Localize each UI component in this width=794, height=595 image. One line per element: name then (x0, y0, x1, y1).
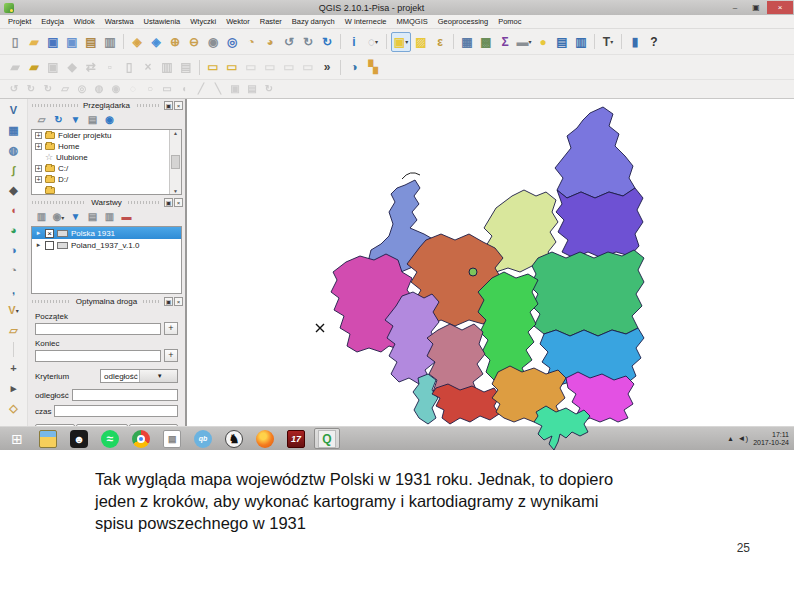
remove-layer-button[interactable]: ▬ (119, 210, 134, 224)
map-tips-button[interactable]: ● (534, 33, 552, 51)
scroll-up-icon[interactable]: ▲ (173, 130, 178, 136)
menu-geoprocessing[interactable]: Geoprocessing (433, 15, 493, 29)
menu-edycja[interactable]: Edycja (36, 15, 69, 29)
menu-ustawienia[interactable]: Ustawienia (139, 15, 186, 29)
add-mssql-layer-button[interactable]: ◆ (4, 182, 23, 199)
browser-item-project-folder[interactable]: +Folder projektu (32, 130, 181, 141)
dropdown-arrow-icon[interactable]: ▾ (61, 214, 64, 221)
zoom-full-button[interactable]: ◎ (223, 33, 241, 51)
zoom-last-button[interactable]: ↺ (280, 33, 298, 51)
layer-visibility-checkbox[interactable] (45, 241, 54, 250)
map-region-nowogrodzkie[interactable] (556, 188, 643, 258)
menu-pomoc[interactable]: Pomoc (493, 15, 526, 29)
expand-all-layers-button[interactable]: ▤ (85, 210, 100, 224)
pin-unpin-labels-button[interactable]: ▭ (223, 58, 241, 76)
taskbar-app-foobar2000[interactable]: ☻ (66, 428, 92, 449)
menu-raster[interactable]: Raster (255, 15, 287, 29)
collapse-all-button[interactable]: ▤ (85, 113, 100, 127)
measure-line-button[interactable]: ▬▾ (515, 33, 533, 51)
zoom-native-button[interactable]: ◉ (204, 33, 222, 51)
layer-expander-icon[interactable]: ▸ (35, 229, 42, 237)
new-spatialite-layer-button[interactable]: ▱ (4, 322, 23, 339)
add-selected-layers-button[interactable]: ▱ (34, 113, 49, 127)
chevron-down-icon[interactable]: ▼ (139, 370, 178, 382)
highlight-pinned-labels-button[interactable]: ▭ (204, 58, 222, 76)
add-raster-layer-button[interactable]: ▦ (4, 122, 23, 139)
tree-expander-icon[interactable]: + (35, 143, 42, 150)
new-bookmark-button[interactable]: ▤ (553, 33, 571, 51)
zoom-to-selection-button[interactable]: ◔ (242, 33, 260, 51)
open-attribute-table-button[interactable]: ▦ (458, 33, 476, 51)
open-layer-styling-button[interactable]: ▥ (34, 210, 49, 224)
layers-close-button[interactable]: × (174, 198, 183, 207)
browser-float-button[interactable]: ▣ (164, 101, 173, 110)
route-float-button[interactable]: ▣ (164, 297, 173, 306)
map-region-wilenskie[interactable] (555, 107, 635, 198)
open-project-button[interactable]: ▰ (25, 33, 43, 51)
menu-widok[interactable]: Widok (69, 15, 100, 29)
end-input[interactable] (35, 350, 161, 362)
menu-warstwa[interactable]: Warstwa (100, 15, 139, 29)
layer-poland-1937[interactable]: ▸Poland_1937_v.1.0 (32, 239, 181, 251)
deselect-features-button[interactable]: ▨ (412, 33, 430, 51)
zoom-out-button[interactable]: ⊖ (185, 33, 203, 51)
taskbar-app-spotify[interactable]: ≈ (97, 428, 123, 449)
filter-legend-button[interactable]: ▼ (68, 210, 83, 224)
add-delimited-text-layer-button[interactable]: , (4, 282, 23, 299)
processing-toolbox-button[interactable]: ▚ (364, 58, 382, 76)
filter-browser-button[interactable]: ▼ (68, 113, 83, 127)
zoom-next-button[interactable]: ↻ (299, 33, 317, 51)
time-output-field[interactable] (54, 405, 178, 417)
dropdown-arrow-icon[interactable]: ▾ (375, 38, 378, 45)
minimize-button[interactable]: – (725, 1, 745, 14)
browser-close-button[interactable]: × (174, 101, 183, 110)
new-print-composer-button[interactable]: ▥ (101, 33, 119, 51)
browser-item-home[interactable]: +Home (32, 141, 181, 152)
whats-this-button[interactable]: ? (645, 33, 663, 51)
criterion-select[interactable]: odległość ▼ (100, 369, 178, 383)
collapse-all-layers-button[interactable]: ▥ (102, 210, 117, 224)
layers-float-button[interactable]: ▣ (164, 198, 173, 207)
statistical-summary-button[interactable]: Σ (496, 33, 514, 51)
dropdown-arrow-icon[interactable]: ▾ (16, 307, 19, 314)
dropdown-arrow-icon[interactable]: ▾ (528, 38, 531, 45)
toggle-editing-button[interactable]: ▰ (25, 58, 43, 76)
toolbar-overflow-button[interactable]: » (318, 58, 336, 76)
add-oracle-layer-button[interactable]: ◖ (4, 202, 23, 219)
select-features-button[interactable]: ▣▾ (391, 32, 411, 52)
layer-visibility-checkbox[interactable]: × (45, 229, 54, 238)
pan-to-selection-button[interactable]: ◈ (147, 33, 165, 51)
new-project-button[interactable]: ▯ (6, 33, 24, 51)
menu-mmqgis[interactable]: MMQGIS (391, 15, 432, 29)
scroll-down-icon[interactable]: ▼ (173, 188, 178, 194)
layer-polska-1931[interactable]: ▸×Polska 1931 (32, 227, 181, 239)
browser-scrollbar[interactable]: ▲ ▼ (169, 130, 181, 194)
add-wfs-layer-button[interactable]: ◔ (4, 262, 23, 279)
browser-item-partial[interactable] (32, 185, 181, 195)
map-region-kieleckie[interactable] (427, 324, 485, 398)
add-vector-layer-button[interactable]: V (4, 102, 23, 119)
start-input[interactable] (35, 323, 161, 335)
zoom-in-button[interactable]: ⊕ (166, 33, 184, 51)
tree-expander-icon[interactable]: + (35, 132, 42, 139)
menu-w-internecie[interactable]: W internecie (340, 15, 392, 29)
field-calculator-button[interactable]: ▩ (477, 33, 495, 51)
dropdown-arrow-icon[interactable]: ▾ (610, 38, 613, 45)
show-bookmarks-button[interactable]: ▥ (572, 33, 590, 51)
zoom-to-layer-button[interactable]: ◕ (261, 33, 279, 51)
select-by-expression-button[interactable]: ε (431, 33, 449, 51)
save-project-as-button[interactable]: ▣ (63, 33, 81, 51)
map-region-warszawa-city[interactable] (469, 268, 477, 276)
browser-item-c-drive[interactable]: +C:/ (32, 163, 181, 174)
restore-button[interactable]: ▣ (746, 1, 766, 14)
browser-item-d-drive[interactable]: +D:/ (32, 174, 181, 185)
scrollbar-thumb[interactable] (171, 155, 180, 169)
save-project-button[interactable]: ▣ (44, 33, 62, 51)
tree-expander-icon[interactable]: + (35, 176, 42, 183)
menu-wektor[interactable]: Wektor (221, 15, 255, 29)
taskbar-app-chrome[interactable] (128, 428, 154, 449)
map-region-krakowskie[interactable] (432, 384, 500, 424)
run-feature-action-button[interactable]: ◌▾ (364, 33, 382, 51)
route-close-button[interactable]: × (174, 297, 183, 306)
refresh-map-button[interactable]: ↻ (318, 33, 336, 51)
